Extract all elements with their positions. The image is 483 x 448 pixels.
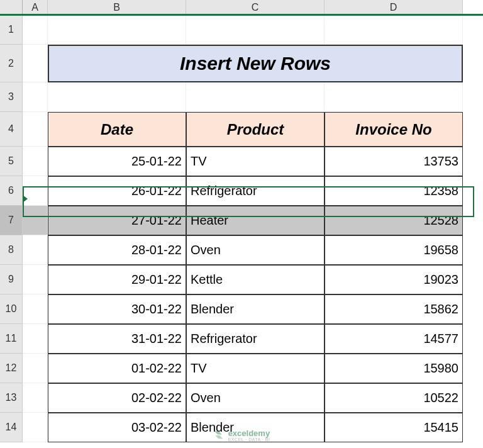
cell-d1[interactable]	[325, 15, 463, 45]
cell-product-6[interactable]: Refrigerator	[186, 176, 325, 206]
row-header-14[interactable]: 14	[0, 413, 23, 442]
cell-a4[interactable]	[23, 112, 48, 147]
row-header-3[interactable]: 3	[0, 82, 23, 112]
cell-invoice-5[interactable]: 13753	[325, 147, 463, 176]
cell-date-12[interactable]: 01-02-22	[48, 354, 186, 383]
cell-date-10[interactable]: 30-01-22	[48, 294, 186, 324]
cell-b1[interactable]	[48, 15, 186, 45]
cell-a9[interactable]	[23, 265, 48, 294]
cell-date-13[interactable]: 02-02-22	[48, 383, 186, 413]
cell-a7[interactable]	[23, 206, 48, 235]
cell-invoice-14[interactable]: 15415	[325, 413, 463, 442]
cell-d3[interactable]	[325, 82, 463, 112]
row-header-1[interactable]: 1	[0, 15, 23, 45]
row-header-8[interactable]: 8	[0, 235, 23, 265]
cell-invoice-12[interactable]: 15980	[325, 354, 463, 383]
cell-date-6[interactable]: 26-01-22	[48, 176, 186, 206]
cell-product-5[interactable]: TV	[186, 147, 325, 176]
column-selection-border	[0, 14, 483, 16]
cell-a13[interactable]	[23, 383, 48, 413]
col-header-a[interactable]: A	[23, 0, 48, 15]
row-header-13[interactable]: 13	[0, 383, 23, 413]
cell-invoice-10[interactable]: 15862	[325, 294, 463, 324]
select-all-corner[interactable]	[0, 0, 23, 15]
row-header-4[interactable]: 4	[0, 112, 23, 147]
cell-product-11[interactable]: Refrigerator	[186, 324, 325, 354]
header-date[interactable]: Date	[48, 112, 186, 147]
row-header-2[interactable]: 2	[0, 45, 23, 82]
cell-a14[interactable]	[23, 413, 48, 442]
title-cell[interactable]: Insert New Rows	[48, 45, 463, 82]
cell-b3[interactable]	[48, 82, 186, 112]
cell-c1[interactable]	[186, 15, 325, 45]
cell-a11[interactable]	[23, 324, 48, 354]
cell-a2[interactable]	[23, 45, 48, 82]
cell-a10[interactable]	[23, 294, 48, 324]
row-header-11[interactable]: 11	[0, 324, 23, 354]
cell-date-9[interactable]: 29-01-22	[48, 265, 186, 294]
col-header-c[interactable]: C	[186, 0, 325, 15]
cell-c3[interactable]	[186, 82, 325, 112]
cell-invoice-13[interactable]: 10522	[325, 383, 463, 413]
cell-product-10[interactable]: Blender	[186, 294, 325, 324]
watermark-tagline: EXCEL · DATA · BI	[228, 437, 270, 442]
header-invoice[interactable]: Invoice No	[325, 112, 463, 147]
cell-invoice-9[interactable]: 19023	[325, 265, 463, 294]
row-selection-triangle-icon	[23, 195, 28, 203]
cell-product-7[interactable]: Heater	[186, 206, 325, 235]
watermark-brand: exceldemy	[228, 429, 270, 437]
cell-date-14[interactable]: 03-02-22	[48, 413, 186, 442]
cell-product-13[interactable]: Oven	[186, 383, 325, 413]
cell-product-8[interactable]: Oven	[186, 235, 325, 265]
cell-a1[interactable]	[23, 15, 48, 45]
row-header-5[interactable]: 5	[0, 147, 23, 176]
cell-date-11[interactable]: 31-01-22	[48, 324, 186, 354]
cell-a3[interactable]	[23, 82, 48, 112]
cell-date-7[interactable]: 27-01-22	[48, 206, 186, 235]
cell-a8[interactable]	[23, 235, 48, 265]
cell-invoice-7[interactable]: 12528	[325, 206, 463, 235]
col-header-b[interactable]: B	[48, 0, 186, 15]
row-header-10[interactable]: 10	[0, 294, 23, 324]
watermark-logo-icon	[213, 430, 225, 441]
spreadsheet-grid: A B C D 1 2 Insert New Rows 3 4 Date Pro…	[0, 0, 483, 442]
header-product[interactable]: Product	[186, 112, 325, 147]
cell-product-9[interactable]: Kettle	[186, 265, 325, 294]
cell-a12[interactable]	[23, 354, 48, 383]
cell-date-5[interactable]: 25-01-22	[48, 147, 186, 176]
col-header-d[interactable]: D	[325, 0, 463, 15]
row-header-7[interactable]: 7	[0, 206, 23, 235]
cell-invoice-11[interactable]: 14577	[325, 324, 463, 354]
watermark: exceldemy EXCEL · DATA · BI	[213, 429, 270, 442]
cell-invoice-8[interactable]: 19658	[325, 235, 463, 265]
row-header-6[interactable]: 6	[0, 176, 23, 206]
cell-a5[interactable]	[23, 147, 48, 176]
cell-product-12[interactable]: TV	[186, 354, 325, 383]
row-header-9[interactable]: 9	[0, 265, 23, 294]
cell-date-8[interactable]: 28-01-22	[48, 235, 186, 265]
cell-invoice-6[interactable]: 12358	[325, 176, 463, 206]
row-header-12[interactable]: 12	[0, 354, 23, 383]
